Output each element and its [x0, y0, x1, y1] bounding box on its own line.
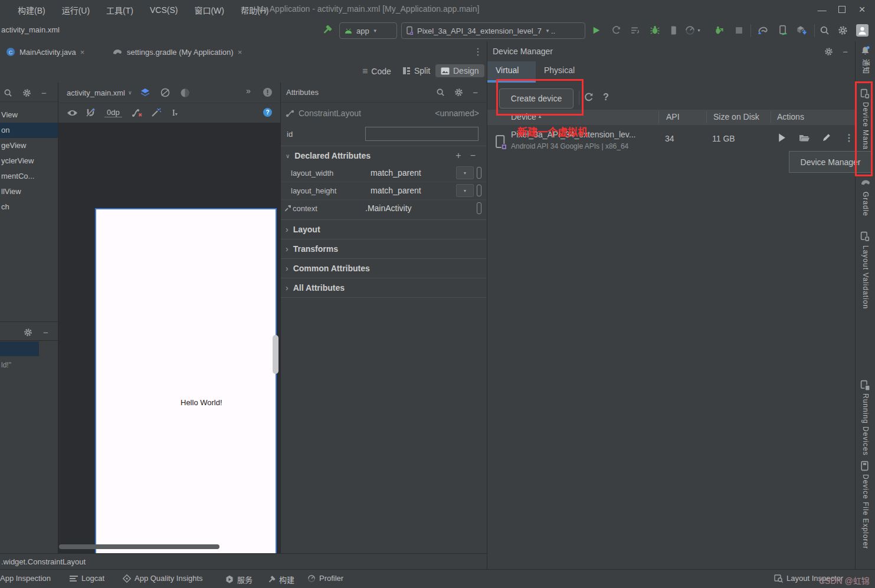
toolwindow-services[interactable]: 服务	[225, 574, 253, 585]
design-file-selector[interactable]: activity_main.xml	[67, 88, 125, 97]
launch-device-icon[interactable]	[777, 133, 786, 143]
view-mode-code[interactable]: ≡ Code	[362, 66, 391, 77]
folder-icon[interactable]	[799, 134, 810, 142]
gear-icon[interactable]	[838, 25, 848, 35]
tree-item-textview[interactable]: ld!"	[1, 361, 11, 369]
sdk-manager-icon[interactable]	[796, 25, 807, 35]
section-common-attributes[interactable]: › Common Attributes	[286, 259, 481, 278]
run-config-selector[interactable]: app ▼	[339, 22, 397, 39]
run-button[interactable]	[591, 25, 601, 35]
palette-item-recyclerview[interactable]: yclerView	[0, 153, 58, 169]
gear-icon[interactable]	[24, 328, 32, 337]
autoconnect-off-icon[interactable]	[85, 108, 96, 118]
hide-icon[interactable]: −	[43, 327, 48, 337]
infer-constraints-icon[interactable]	[150, 108, 162, 118]
pack-align-icon[interactable]: I▾	[172, 108, 178, 118]
tab-virtual[interactable]: Virtual	[487, 61, 536, 80]
palette-item-view[interactable]: View	[0, 107, 58, 123]
avatar[interactable]	[856, 24, 869, 37]
strip-item-running-devices[interactable]: Running Devices	[861, 393, 870, 456]
strip-item-device-file-explorer[interactable]: Device File Explorer	[861, 474, 870, 549]
chevron-expanded-icon[interactable]: ∨	[286, 153, 290, 159]
device-screen-preview[interactable]: Hello World!	[95, 208, 277, 579]
xml-breadcrumb[interactable]: .widget.ConstraintLayout	[1, 557, 86, 566]
section-layout[interactable]: › Layout	[286, 220, 481, 239]
gradle-sync-icon[interactable]	[757, 25, 769, 35]
device-file-explorer-strip-icon[interactable]	[860, 461, 869, 471]
palette-item-button[interactable]: on	[0, 123, 58, 138]
hide-icon[interactable]: −	[41, 88, 47, 98]
resource-picker-button[interactable]	[477, 167, 481, 179]
more-actions-icon[interactable]: »	[246, 86, 251, 96]
attr-value[interactable]: .MainActivity	[365, 203, 412, 213]
orientation-icon[interactable]	[160, 87, 171, 98]
menu-run[interactable]: 运行(U)	[62, 4, 90, 16]
declared-attributes-header[interactable]: Declared Attributes	[294, 151, 371, 160]
attr-value[interactable]: match_parent	[371, 168, 421, 178]
close-icon[interactable]: ×	[80, 48, 85, 57]
search-icon[interactable]	[436, 88, 445, 97]
window-minimize-button[interactable]: —	[812, 2, 832, 17]
row-overflow-icon[interactable]: ⋮	[844, 132, 854, 143]
view-mode-design[interactable]: Design	[435, 64, 484, 77]
running-devices-strip-icon[interactable]	[860, 380, 870, 390]
apply-code-changes-icon[interactable]	[630, 25, 640, 35]
menu-window[interactable]: 窗口(W)	[194, 4, 224, 16]
profiler-button[interactable]: ▼	[685, 25, 701, 35]
build-hammer-icon[interactable]	[322, 25, 332, 35]
palette-item-fragmentcontainer[interactable]: mentCo...	[0, 169, 58, 184]
hide-icon[interactable]: −	[843, 47, 848, 57]
device-selector[interactable]: Pixel_3a_API_34_extension_level_7 ▼ ..	[401, 22, 585, 39]
attach-device-icon[interactable]	[668, 25, 678, 35]
view-mode-split[interactable]: Split	[402, 66, 430, 75]
layout-validation-strip-icon[interactable]	[860, 231, 870, 242]
section-all-attributes[interactable]: › All Attributes	[286, 278, 481, 297]
strip-item-layout-validation[interactable]: Layout Validation	[861, 245, 870, 309]
value-dropdown[interactable]: ▼	[456, 166, 474, 179]
stop-button[interactable]	[735, 27, 743, 34]
notifications-label[interactable]: 通知	[861, 59, 871, 74]
tab-physical[interactable]: Physical	[544, 65, 575, 75]
gear-icon[interactable]	[824, 47, 833, 56]
horizontal-scrollbar[interactable]	[59, 544, 219, 549]
gear-icon[interactable]	[454, 88, 463, 97]
vertical-scrollbar[interactable]	[273, 335, 278, 374]
device-manager-toolbar-icon[interactable]	[778, 25, 788, 35]
toolwindow-app-inspection[interactable]: App Inspection	[0, 574, 51, 583]
palette-item-imageview[interactable]: geView	[0, 138, 58, 153]
palette-item-switch[interactable]: ch	[0, 199, 58, 215]
tab-settings-gradle[interactable]: settings.gradle (My Application) ×	[106, 41, 248, 63]
menu-vcs[interactable]: VCS(S)	[150, 5, 178, 15]
resource-picker-button[interactable]	[477, 185, 481, 196]
column-api[interactable]: API	[666, 112, 680, 121]
tree-item-constraintlayout[interactable]	[0, 341, 39, 356]
value-dropdown[interactable]: ▼	[456, 184, 474, 197]
menu-tools[interactable]: 工具(T)	[106, 4, 133, 16]
variants-icon[interactable]	[140, 88, 150, 97]
theme-icon[interactable]	[180, 88, 190, 98]
help-icon[interactable]: ?	[603, 92, 609, 103]
view-options-eye-icon[interactable]	[67, 109, 78, 117]
refresh-icon[interactable]	[584, 92, 594, 103]
toolwindow-build[interactable]: 构建	[267, 574, 294, 585]
file-breadcrumb[interactable]: activity_main.xml	[1, 25, 60, 34]
apply-changes-icon[interactable]	[611, 25, 621, 35]
attr-value[interactable]: match_parent	[371, 186, 421, 195]
window-close-button[interactable]: ×	[852, 2, 872, 17]
gradle-strip-icon[interactable]	[860, 178, 871, 187]
palette-item-scrollview[interactable]: llView	[0, 184, 58, 199]
hide-icon[interactable]: −	[473, 87, 478, 97]
toolwindow-app-quality-insights[interactable]: App Quality Insights	[123, 574, 203, 583]
edit-pencil-icon[interactable]	[822, 133, 831, 142]
search-icon[interactable]	[820, 25, 830, 35]
window-maximize-button[interactable]	[832, 2, 852, 17]
attach-debugger-icon[interactable]	[713, 25, 724, 35]
help-icon[interactable]: ?	[263, 107, 273, 117]
search-icon[interactable]	[4, 88, 12, 97]
add-attribute-button[interactable]: +	[455, 150, 461, 161]
resource-picker-button[interactable]	[477, 202, 481, 214]
menu-build[interactable]: 构建(B)	[18, 4, 45, 16]
strip-item-gradle[interactable]: Gradle	[861, 192, 870, 216]
column-actions[interactable]: Actions	[777, 112, 804, 121]
section-transforms[interactable]: › Transforms	[286, 239, 481, 258]
